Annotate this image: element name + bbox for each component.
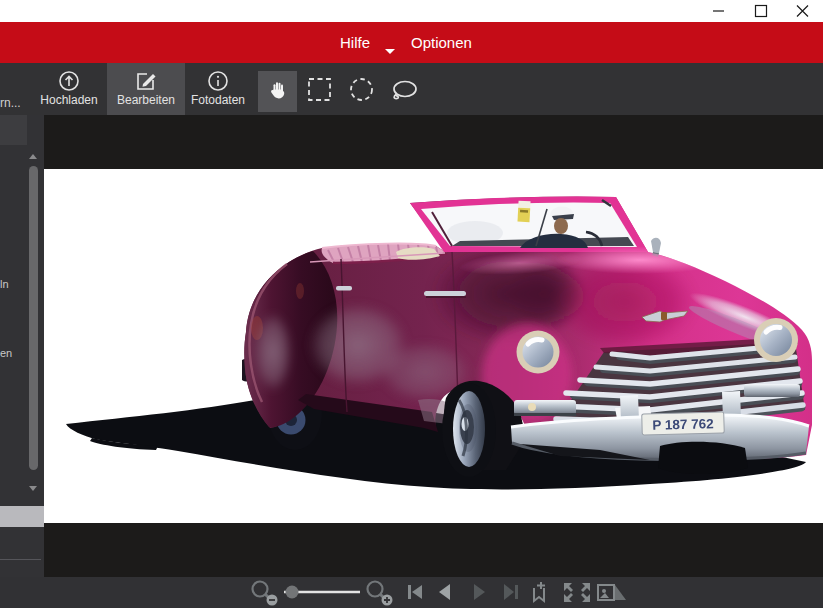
svg-text:P 187 762: P 187 762 [652, 416, 714, 433]
